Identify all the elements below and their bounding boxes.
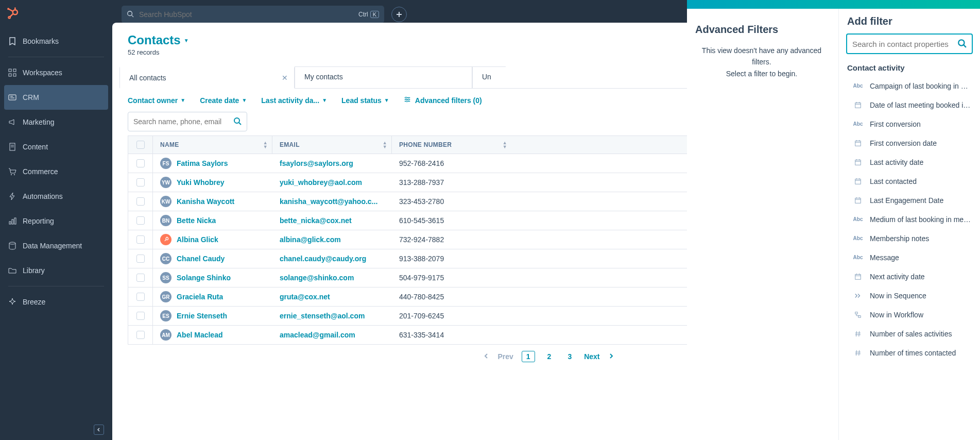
sidebar-item-automations[interactable]: Automations	[0, 184, 112, 209]
row-checkbox[interactable]	[136, 293, 145, 301]
contact-email-link[interactable]: kanisha_waycott@yahoo.c...	[280, 197, 377, 206]
row-checkbox[interactable]	[136, 235, 145, 244]
property-type-icon	[853, 140, 863, 147]
row-checkbox[interactable]	[136, 159, 145, 167]
contact-phone: 631-335-3414	[392, 326, 511, 344]
sidebar-item-commerce[interactable]: Commerce	[0, 159, 112, 184]
sidebar-item-workspaces[interactable]: Workspaces	[0, 60, 112, 85]
filter-contact-owner[interactable]: Contact owner▼	[128, 96, 185, 105]
col-header-email[interactable]: EMAIL▲▼	[272, 136, 392, 154]
row-checkbox[interactable]	[136, 312, 145, 320]
filter-property-item[interactable]: Last Engagement Date	[846, 191, 980, 210]
filter-property-item[interactable]: AbcMembership notes	[846, 229, 980, 248]
select-all-checkbox[interactable]	[136, 141, 145, 149]
contact-name-link[interactable]: Albina Glick	[177, 235, 218, 244]
row-checkbox[interactable]	[136, 216, 145, 225]
pager-prev-arrow[interactable]	[483, 352, 489, 361]
filter-last-activity[interactable]: Last activity da...▼	[261, 96, 327, 105]
sidebar-item-reporting[interactable]: Reporting	[0, 209, 112, 233]
nav-label: Reporting	[23, 217, 54, 225]
contact-email-link[interactable]: solange@shinko.com	[280, 274, 354, 282]
contact-email-link[interactable]: amaclead@gmail.com	[280, 331, 355, 339]
sidebar-item-library[interactable]: Library	[0, 258, 112, 283]
advanced-filters-button[interactable]: Advanced filters (0)	[404, 96, 482, 105]
sidebar-item-datamgmt[interactable]: Data Management	[0, 233, 112, 258]
col-header-name[interactable]: NAME▲▼	[153, 136, 272, 154]
pager-page-1[interactable]: 1	[522, 351, 535, 362]
contact-name-link[interactable]: Abel Maclead	[177, 331, 222, 339]
filter-property-item[interactable]: First conversion date	[846, 133, 980, 153]
contact-name-link[interactable]: Bette Nicka	[177, 216, 216, 225]
contact-phone: 504-979-9175	[392, 268, 511, 287]
close-icon[interactable]: ✕	[282, 74, 288, 82]
pager-prev[interactable]: Prev	[497, 352, 513, 361]
sidebar-item-content[interactable]: Content	[0, 134, 112, 159]
contact-name-link[interactable]: Kanisha Waycott	[177, 197, 234, 206]
contact-email-link[interactable]: albina@glick.com	[280, 235, 341, 244]
contact-name-link[interactable]: Graciela Ruta	[177, 293, 223, 301]
filter-create-date[interactable]: Create date▼	[200, 96, 247, 105]
filter-property-item[interactable]: Now in Workflow	[846, 305, 980, 324]
tab-all-contacts[interactable]: All contacts ✕	[119, 66, 295, 89]
filter-property-item[interactable]: Last contacted	[846, 172, 980, 191]
pager-page-3[interactable]: 3	[563, 351, 576, 362]
filter-property-item[interactable]: AbcMessage	[846, 248, 980, 267]
avatar: YW	[160, 177, 171, 188]
contact-email-link[interactable]: ernie_stenseth@aol.com	[280, 312, 365, 320]
pager-next[interactable]: Next	[584, 352, 599, 361]
sidebar-item-marketing[interactable]: Marketing	[0, 110, 112, 134]
svg-line-2	[10, 13, 13, 16]
hubspot-logo[interactable]	[0, 0, 112, 29]
tab-unassigned[interactable]: Un	[472, 66, 506, 88]
filter-property-item[interactable]: Date of last meeting booked in m...	[846, 95, 980, 114]
filter-property-item[interactable]: Number of sales activities	[846, 324, 980, 343]
filter-property-item[interactable]: Next activity date	[846, 267, 980, 286]
row-checkbox[interactable]	[136, 178, 145, 187]
collapse-sidebar-button[interactable]	[94, 425, 104, 435]
row-checkbox[interactable]	[136, 274, 145, 282]
contact-name-link[interactable]: Yuki Whobrey	[177, 178, 225, 187]
contact-email-link[interactable]: gruta@cox.net	[280, 293, 330, 301]
global-search[interactable]: CtrlK	[122, 6, 384, 23]
svg-rect-64	[858, 315, 861, 317]
create-button[interactable]	[391, 7, 407, 22]
contact-name-link[interactable]: Solange Shinko	[177, 274, 231, 282]
contact-email-link[interactable]: bette_nicka@cox.net	[280, 216, 352, 225]
contact-name-link[interactable]: Chanel Caudy	[177, 255, 225, 263]
filter-property-item[interactable]: AbcMedium of last booking in meetin...	[846, 210, 980, 229]
sort-icon: ▲▼	[503, 141, 507, 149]
row-checkbox[interactable]	[136, 255, 145, 263]
avatar: FS	[160, 158, 171, 169]
contact-name-link[interactable]: Ernie Stenseth	[177, 312, 227, 320]
contact-email-link[interactable]: fsaylors@saylors.org	[280, 159, 353, 167]
sidebar-item-breeze[interactable]: Breeze	[0, 290, 112, 314]
table-search-input[interactable]	[133, 117, 229, 126]
property-label: First conversion	[870, 120, 921, 128]
filter-property-item[interactable]: Now in Sequence	[846, 286, 980, 305]
filter-search-input[interactable]	[852, 40, 953, 48]
filter-property-item[interactable]: AbcFirst conversion	[846, 114, 980, 133]
panel-empty-state: This view doesn't have any advanced filt…	[695, 45, 828, 79]
panel-title: Advanced Filters	[695, 24, 828, 36]
col-header-phone[interactable]: PHONE NUMBER▲▼	[392, 136, 511, 154]
pager-page-2[interactable]: 2	[543, 351, 556, 362]
avatar: CC	[160, 253, 171, 264]
global-search-input[interactable]	[139, 10, 353, 19]
tab-my-contacts[interactable]: My contacts	[295, 66, 472, 88]
filter-property-search[interactable]	[846, 33, 973, 54]
filter-property-item[interactable]: Number of times contacted	[846, 343, 980, 362]
contact-name-link[interactable]: Fatima Saylors	[177, 159, 228, 167]
filter-property-item[interactable]: Last activity date	[846, 153, 980, 172]
row-checkbox[interactable]	[136, 197, 145, 206]
sidebar-item-bookmarks[interactable]: Bookmarks	[0, 29, 112, 54]
svg-line-70	[859, 350, 859, 356]
contact-email-link[interactable]: chanel.caudy@caudy.org	[280, 255, 366, 263]
property-label: Medium of last booking in meetin...	[870, 215, 973, 224]
table-search[interactable]	[128, 112, 247, 131]
contact-email-link[interactable]: yuki_whobrey@aol.com	[280, 178, 362, 187]
filter-lead-status[interactable]: Lead status▼	[341, 96, 389, 105]
filter-property-item[interactable]: AbcCampaign of last booking in mee...	[846, 76, 980, 95]
sidebar-item-crm[interactable]: CRM	[4, 85, 108, 110]
pager-next-arrow[interactable]	[608, 352, 614, 361]
row-checkbox[interactable]	[136, 331, 145, 339]
